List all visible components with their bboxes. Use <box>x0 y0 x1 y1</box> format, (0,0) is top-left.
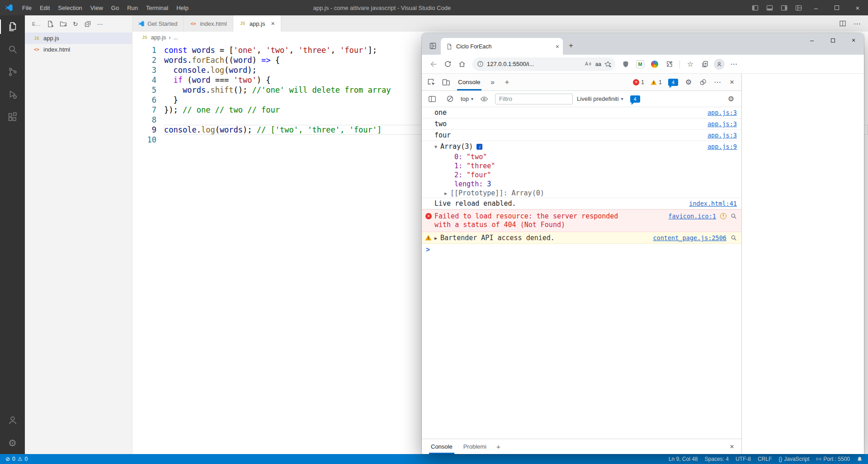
context-selector[interactable]: top ▾ <box>461 95 473 102</box>
address-bar[interactable]: 127.0.0.1:5500/i... A aa <box>472 57 615 71</box>
caret-expanded-icon[interactable]: ▼ <box>434 142 437 151</box>
collections-icon[interactable] <box>698 57 712 71</box>
toggle-sidebar-icon[interactable] <box>748 0 762 15</box>
menu-item-selection[interactable]: Selection <box>54 0 86 15</box>
profile-avatar[interactable] <box>712 57 726 71</box>
devtools-misc-icon[interactable] <box>696 76 710 89</box>
devtools-settings-gear-icon[interactable]: ⚙ <box>682 76 695 89</box>
console-source-link[interactable]: app.js:9 <box>708 142 737 151</box>
drawer-close-icon[interactable]: × <box>730 442 738 451</box>
new-folder-icon[interactable] <box>60 20 67 28</box>
customize-layout-icon[interactable] <box>791 0 806 15</box>
menu-item-run[interactable]: Run <box>123 0 142 15</box>
issues-counter-icon[interactable]: 4 <box>668 79 678 86</box>
extensions-activity-icon[interactable] <box>0 106 25 128</box>
search-resource-icon[interactable] <box>731 235 737 241</box>
read-aloud-icon[interactable]: A <box>585 60 592 68</box>
extension-icon-2[interactable] <box>648 57 661 71</box>
split-editor-icon[interactable] <box>839 20 846 27</box>
warning-badge[interactable]: 1 <box>648 79 665 85</box>
status-item[interactable]: CRLF <box>758 456 772 462</box>
console-sidebar-icon[interactable] <box>425 92 439 106</box>
console-array-prop[interactable]: 0: "two" <box>422 152 741 161</box>
console-issues-counter-icon[interactable]: 4 <box>630 95 640 103</box>
search-resource-icon[interactable] <box>731 213 737 219</box>
editor-tab-app.js[interactable]: JSapp.js× <box>233 15 281 32</box>
status-item[interactable]: UTF-8 <box>736 456 751 462</box>
drawer-tab-console[interactable]: Console <box>425 439 458 454</box>
search-activity-icon[interactable] <box>0 38 25 61</box>
explorer-activity-icon[interactable] <box>0 15 25 38</box>
extension-icon-1[interactable] <box>619 57 632 71</box>
menu-item-terminal[interactable]: Terminal <box>142 0 172 15</box>
home-icon[interactable] <box>455 57 469 71</box>
favorites-icon[interactable]: ☆ <box>684 57 697 71</box>
console-source-link[interactable]: app.js:3 <box>708 120 737 128</box>
error-badge[interactable]: × 1 <box>630 79 647 85</box>
live-server-port[interactable]: Port : 5500 <box>816 456 850 462</box>
drawer-tab-problemi[interactable]: Problemi <box>458 439 492 454</box>
edge-maximize-button[interactable] <box>822 33 843 47</box>
console-source-link[interactable]: content_page.js:2506 <box>653 234 726 242</box>
console-array-prop[interactable]: 2: "four" <box>422 170 741 180</box>
caret-collapsed-icon[interactable]: ▶ <box>434 234 437 242</box>
page-viewport[interactable] <box>742 74 864 454</box>
console-array-prop[interactable]: ▶[[Prototype]]: Array(0) <box>422 189 741 198</box>
tab-close-icon[interactable]: × <box>271 20 274 27</box>
back-icon[interactable] <box>426 57 440 71</box>
console-source-link[interactable]: index.html:41 <box>689 199 737 208</box>
console-filter-input[interactable] <box>495 94 573 104</box>
settings-gear-icon[interactable]: ⚙ <box>0 431 25 454</box>
devtools-close-icon[interactable]: × <box>725 76 739 89</box>
inspect-element-icon[interactable] <box>425 76 438 89</box>
file-item-index.html[interactable]: <>index.html <box>25 44 132 55</box>
menu-item-edit[interactable]: Edit <box>36 0 54 15</box>
menu-item-file[interactable]: File <box>18 0 36 15</box>
browser-tab[interactable]: Ciclo ForEach × <box>441 38 563 55</box>
refresh-icon[interactable] <box>441 57 454 71</box>
maximize-button[interactable] <box>826 0 847 15</box>
new-tab-icon[interactable]: + <box>565 39 577 52</box>
console-prompt[interactable]: > <box>422 244 741 255</box>
menu-item-go[interactable]: Go <box>107 0 123 15</box>
breadcrumb-file[interactable]: app.js <box>151 34 166 41</box>
explorer-more-icon[interactable]: ⋯ <box>97 21 103 28</box>
console-source-link[interactable]: favicon.ico:1 <box>668 212 716 221</box>
problems-status[interactable]: ⊘ 0 ⚠ 0 <box>5 456 28 462</box>
site-info-icon[interactable] <box>477 61 484 67</box>
status-item[interactable]: Ln 9, Col 48 <box>669 456 698 462</box>
new-file-icon[interactable] <box>47 20 54 28</box>
extensions-puzzle-icon[interactable] <box>662 57 676 71</box>
close-button[interactable]: × <box>847 0 868 15</box>
caret-collapsed-icon[interactable]: ▶ <box>444 189 447 198</box>
more-tabs-icon[interactable]: » <box>486 76 500 89</box>
drawer-more-tools-icon[interactable]: + <box>492 443 505 450</box>
toggle-secondary-sidebar-icon[interactable] <box>777 0 791 15</box>
edge-close-button[interactable]: × <box>843 33 864 47</box>
more-tools-icon[interactable]: + <box>500 76 514 89</box>
console-array-row[interactable]: ▼Array(3)iapp.js:9 <box>422 141 741 152</box>
console-warning-row[interactable]: ▶Bartender API access denied.content_pag… <box>422 232 741 244</box>
toggle-panel-icon[interactable] <box>762 0 777 15</box>
collapse-folders-icon[interactable] <box>84 20 91 28</box>
devtools-menu-icon[interactable]: ⋯ <box>711 76 724 89</box>
device-toolbar-icon[interactable] <box>439 76 453 89</box>
breadcrumb-symbol[interactable]: ... <box>174 34 178 41</box>
console-source-link[interactable]: app.js:3 <box>708 109 737 117</box>
console-settings-gear-icon[interactable]: ⚙ <box>724 92 738 106</box>
account-icon[interactable] <box>0 409 25 431</box>
tab-actions-icon[interactable] <box>426 39 439 52</box>
refresh-explorer-icon[interactable]: ↻ <box>73 20 78 28</box>
status-item[interactable]: Spaces: 4 <box>705 456 729 462</box>
open-issue-icon[interactable]: ! <box>720 213 726 219</box>
editor-more-icon[interactable]: ⋯ <box>854 19 861 28</box>
tab-close-icon[interactable]: × <box>556 43 559 50</box>
language-mode[interactable]: {} JavaScript <box>778 456 809 462</box>
browser-menu-icon[interactable]: ⋯ <box>727 57 741 71</box>
add-favorite-icon[interactable] <box>604 61 612 68</box>
file-item-app.js[interactable]: JSapp.js <box>25 33 132 44</box>
editor-tab-get-started[interactable]: Get Started <box>132 15 184 32</box>
menu-item-help[interactable]: Help <box>172 0 193 15</box>
menu-item-view[interactable]: View <box>86 0 107 15</box>
clear-console-icon[interactable] <box>443 92 457 106</box>
